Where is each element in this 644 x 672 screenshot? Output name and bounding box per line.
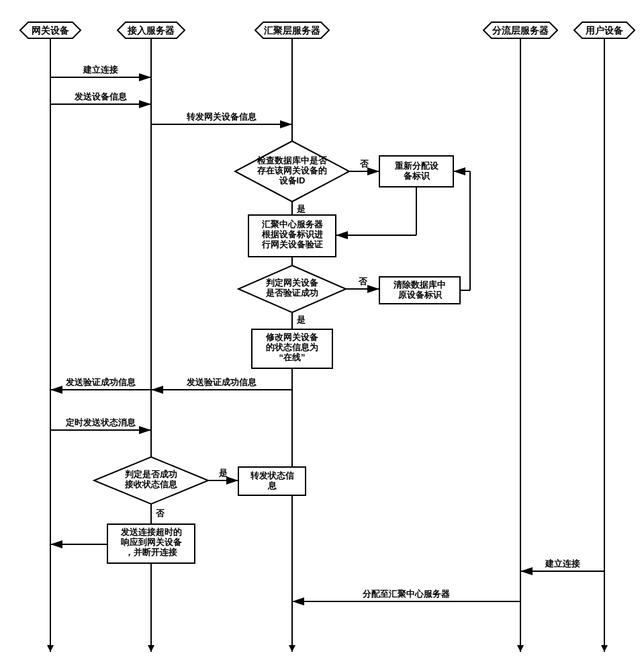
lane-header-dist: 分流层服务器: [484, 22, 557, 38]
msg-label-assign-agg-server: 分配至汇聚中心服务器: [362, 589, 450, 599]
edge-label-d2-yes: 是: [296, 314, 306, 325]
lane-header-gateway: 网关设备: [20, 22, 81, 38]
lane-label-user: 用户设备: [585, 25, 623, 36]
svg-text:发送连接超时的响应到网关设备，并断开连接: 发送连接超时的响应到网关设备，并断开连接: [120, 527, 182, 557]
msg-label-send-verify-ok-access-gw: 发送验证成功信息: [65, 377, 136, 387]
svg-marker-9: [601, 645, 608, 652]
lane-header-agg: 汇聚层服务器: [255, 22, 329, 38]
edge-label-d2-no: 否: [358, 276, 368, 286]
svg-marker-5: [47, 645, 54, 652]
svg-marker-8: [517, 645, 524, 652]
msg-label-send-verify-ok-agg-access: 发送验证成功信息: [186, 377, 257, 387]
process-verify-gateway: 汇聚中心服务器根据设备标识进行网关设备验证: [248, 215, 336, 257]
lane-label-agg: 汇聚层服务器: [263, 25, 320, 36]
svg-marker-7: [289, 645, 295, 652]
process-set-status-online: 修改网关设备的状态信息为“在线”: [252, 329, 332, 368]
svg-marker-6: [148, 645, 154, 652]
process-reassign-device-id: 重新分配设备标识: [379, 156, 453, 187]
decision-verify-success: 判定网关设备是否验证成功: [238, 265, 346, 312]
msg-label-send-device-info: 发送设备信息: [74, 91, 128, 101]
lane-label-gateway: 网关设备: [32, 25, 69, 36]
process-forward-status: 转发状态信息: [238, 467, 306, 495]
svg-text:判定是否成功接收状态信息: 判定是否成功接收状态信息: [124, 469, 178, 489]
svg-text:判定网关设备是否验证成功: 判定网关设备是否验证成功: [265, 278, 318, 298]
msg-label-establish-conn-2: 建立连接: [545, 558, 580, 569]
sequence-diagram: 网关设备 接入服务器 汇聚层服务器 分流层服务器 用户设备 建立连接 发送设备信…: [0, 0, 644, 672]
svg-text:清除数据库中原设备标识: 清除数据库中原设备标识: [393, 280, 446, 300]
msg-label-forward-gateway-info: 转发网关设备信息: [186, 112, 257, 122]
edge-label-d1-yes: 是: [296, 204, 306, 214]
edge-label-d3-no: 否: [155, 508, 165, 518]
process-timeout-response: 发送连接超时的响应到网关设备，并断开连接: [107, 524, 195, 563]
lane-label-dist: 分流层服务器: [492, 25, 549, 36]
decision-check-db-device-id: 检查数据库中是否存在该网关设备的设备ID: [235, 141, 349, 202]
svg-text:汇聚中心服务器根据设备标识进行网关设备验证: 汇聚中心服务器根据设备标识进行网关设备验证: [261, 219, 323, 249]
lane-label-access: 接入服务器: [127, 25, 175, 36]
edge-label-d1-no: 否: [359, 159, 369, 169]
lane-header-user: 用户设备: [574, 22, 635, 38]
decision-recv-status-ok: 判定是否成功接收状态信息: [94, 457, 208, 504]
edge-label-d3-yes: 是: [218, 468, 228, 478]
msg-label-establish-conn-1: 建立连接: [83, 65, 118, 75]
lane-header-access: 接入服务器: [118, 22, 185, 38]
process-clear-db-device-id: 清除数据库中原设备标识: [379, 277, 460, 304]
msg-label-periodic-status: 定时发送状态消息: [65, 417, 136, 427]
